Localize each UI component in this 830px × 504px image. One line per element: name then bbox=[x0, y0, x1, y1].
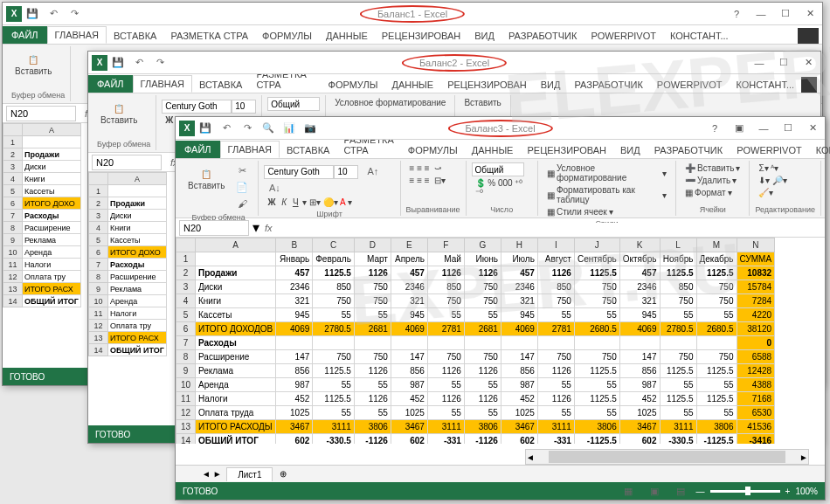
tab-powerpivot[interactable]: POWERPIVOT bbox=[584, 28, 663, 44]
cell[interactable]: 987 bbox=[619, 378, 660, 392]
paste-button[interactable]: 📋Вставить bbox=[97, 97, 141, 132]
user-name[interactable]: Констант... bbox=[729, 77, 801, 93]
tab-formulas[interactable]: ФОРМУЛЫ bbox=[255, 28, 319, 44]
row-label[interactable]: ОБЩИЙ ИТОГ bbox=[196, 434, 276, 445]
autosum-icon[interactable]: Σ▾ ᴬ▾ bbox=[755, 162, 782, 174]
cell[interactable]: 55 bbox=[537, 406, 574, 420]
col-header[interactable]: M bbox=[696, 238, 737, 252]
tab-formulas[interactable]: ФОРМУЛЫ bbox=[322, 77, 385, 93]
col-header[interactable]: H bbox=[501, 238, 537, 252]
name-box[interactable] bbox=[6, 106, 76, 121]
cell[interactable]: 1125.5 bbox=[696, 364, 737, 378]
row-label[interactable]: ИТОГО ДОХО bbox=[23, 197, 81, 210]
cell[interactable]: 856 bbox=[501, 364, 537, 378]
col-header[interactable]: A bbox=[23, 124, 81, 136]
row-label[interactable]: ИТОГО РАСХ bbox=[108, 332, 167, 344]
row-header[interactable]: 3 bbox=[3, 161, 23, 173]
prev-sheet-icon[interactable]: ◄ bbox=[202, 469, 211, 479]
cell[interactable]: 750 bbox=[313, 350, 355, 364]
cell[interactable]: 457 bbox=[276, 266, 313, 280]
cell[interactable]: 12428 bbox=[737, 364, 775, 378]
cell[interactable]: 2781 bbox=[537, 322, 574, 336]
row-header[interactable]: 3 bbox=[89, 210, 108, 222]
row-header[interactable]: 10 bbox=[89, 295, 108, 307]
insert-button[interactable]: Вставить bbox=[460, 97, 504, 108]
redo-icon[interactable]: ↷ bbox=[152, 55, 168, 71]
row-label[interactable]: Продажи bbox=[23, 148, 81, 161]
cell[interactable]: 55 bbox=[464, 406, 501, 420]
row-header[interactable]: 11 bbox=[176, 392, 196, 406]
cell[interactable]: 850 bbox=[313, 280, 355, 294]
cell[interactable]: 945 bbox=[391, 308, 427, 322]
header-cell[interactable]: Январь bbox=[276, 252, 313, 266]
cell[interactable]: 750 bbox=[427, 350, 464, 364]
cell[interactable]: 3806 bbox=[574, 420, 619, 434]
cell[interactable]: 750 bbox=[464, 294, 501, 308]
size-select[interactable] bbox=[334, 165, 358, 179]
row-label[interactable]: Диски bbox=[108, 210, 167, 222]
cell[interactable]: 7168 bbox=[737, 392, 775, 406]
cell[interactable]: 3467 bbox=[501, 420, 537, 434]
cell[interactable]: 55 bbox=[354, 378, 391, 392]
row-label[interactable]: Расширение bbox=[108, 271, 167, 283]
row-label[interactable]: Кассеты bbox=[196, 308, 276, 322]
add-sheet-icon[interactable]: ⊕ bbox=[273, 469, 294, 479]
cell[interactable]: 2780.5 bbox=[313, 322, 355, 336]
font-select[interactable] bbox=[162, 100, 232, 114]
cell[interactable]: 750 bbox=[427, 294, 464, 308]
row-header[interactable]: 6 bbox=[3, 197, 23, 210]
row-label[interactable]: Реклама bbox=[23, 234, 81, 246]
row-header[interactable]: 12 bbox=[176, 406, 196, 420]
row-label[interactable]: ОБЩИЙ ИТОГ bbox=[108, 344, 167, 356]
row-label[interactable]: Аренда bbox=[108, 295, 167, 307]
cut-icon[interactable]: ✂ bbox=[234, 162, 250, 178]
row-label[interactable]: Диски bbox=[23, 161, 81, 173]
cell[interactable]: 1126 bbox=[354, 266, 391, 280]
close-icon[interactable]: ✕ bbox=[799, 56, 817, 70]
row-label[interactable]: Налоги bbox=[23, 259, 81, 271]
horizontal-scrollbar[interactable]: ◄► bbox=[525, 449, 809, 465]
col-header[interactable]: I bbox=[537, 238, 574, 252]
cell[interactable]: -331 bbox=[537, 434, 574, 445]
cell[interactable] bbox=[501, 336, 537, 350]
cell[interactable]: 457 bbox=[619, 266, 660, 280]
row-header[interactable]: 5 bbox=[3, 185, 23, 197]
cell[interactable]: 2346 bbox=[276, 280, 313, 294]
cell[interactable]: 55 bbox=[464, 308, 501, 322]
row-header[interactable]: 7 bbox=[89, 259, 108, 271]
row-label[interactable]: Кассеты bbox=[23, 185, 81, 197]
row-label[interactable]: Расширение bbox=[196, 350, 276, 364]
tab-layout[interactable]: РАЗМЕТКА СТРА bbox=[163, 28, 255, 44]
cell[interactable]: 750 bbox=[574, 350, 619, 364]
header-cell[interactable] bbox=[196, 252, 276, 266]
cell[interactable]: 457 bbox=[391, 266, 427, 280]
cell[interactable]: 3467 bbox=[619, 420, 660, 434]
row-label[interactable]: Продажи bbox=[196, 266, 276, 280]
tab-home[interactable]: ГЛАВНАЯ bbox=[47, 26, 107, 44]
header-cell[interactable]: Март bbox=[354, 252, 391, 266]
cell-styles-button[interactable]: ▦ Стили ячеек ▾ bbox=[543, 206, 617, 217]
tab-file[interactable]: ФАЙЛ bbox=[88, 75, 133, 93]
minimize-icon[interactable]: — bbox=[755, 121, 772, 135]
formula-input[interactable] bbox=[278, 223, 825, 233]
cell[interactable]: 1125.5 bbox=[574, 392, 619, 406]
cell[interactable]: 4069 bbox=[276, 322, 313, 336]
row-header[interactable]: 14 bbox=[176, 434, 196, 445]
zoom-value[interactable]: 100% bbox=[795, 487, 818, 496]
cell[interactable]: 147 bbox=[501, 350, 537, 364]
cell[interactable] bbox=[427, 336, 464, 350]
cell[interactable]: 55 bbox=[574, 378, 619, 392]
cell[interactable]: -1126 bbox=[354, 434, 391, 445]
cell[interactable]: -330.5 bbox=[660, 434, 696, 445]
tab-powerpivot[interactable]: POWERPIVOT bbox=[730, 142, 809, 158]
header-cell[interactable]: Сентябрь bbox=[574, 252, 619, 266]
view-break-icon[interactable]: ▤ bbox=[673, 483, 688, 499]
cell[interactable]: 321 bbox=[619, 294, 660, 308]
col-header[interactable]: E bbox=[391, 238, 427, 252]
col-header[interactable]: A bbox=[108, 173, 167, 185]
cell[interactable]: 1126 bbox=[537, 364, 574, 378]
cell[interactable]: 2346 bbox=[501, 280, 537, 294]
row-label[interactable]: ОБЩИЙ ИТОГ bbox=[23, 295, 81, 307]
shrink-font-icon[interactable]: A↓ bbox=[266, 180, 282, 196]
cell[interactable]: 1126 bbox=[427, 266, 464, 280]
